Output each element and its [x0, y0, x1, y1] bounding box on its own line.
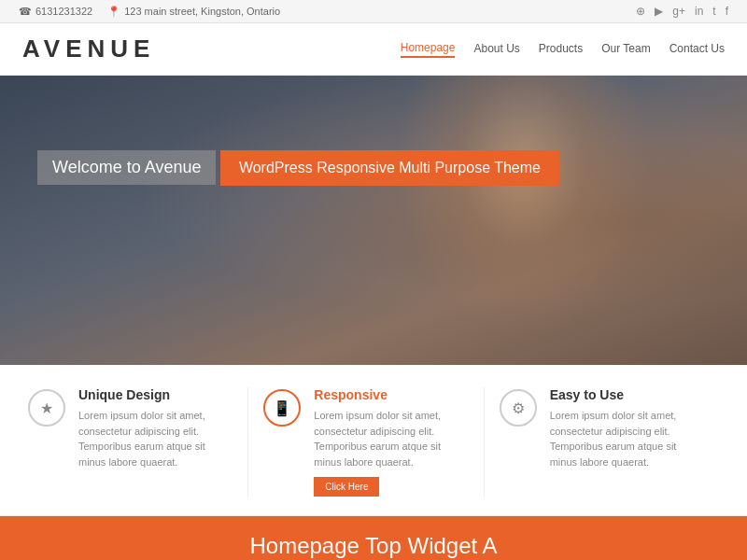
phone-item: ☎ 6131231322: [19, 6, 92, 18]
nav-item-products[interactable]: Products: [539, 42, 583, 57]
top-bar-contact: ☎ 6131231322 📍 123 main street, Kingston…: [19, 6, 280, 18]
feature-responsive: 📱 Responsive Lorem ipsum dolor sit amet,…: [248, 387, 484, 497]
unique-design-text: Unique Design Lorem ipsum dolor sit amet…: [78, 387, 233, 497]
easy-to-use-text: Easy to Use Lorem ipsum dolor sit amet, …: [550, 387, 704, 497]
youtube-icon[interactable]: ▶: [655, 5, 663, 18]
easy-to-use-title: Easy to Use: [550, 387, 704, 402]
google-plus-icon[interactable]: g+: [672, 5, 685, 18]
address-text: 123 main street, Kingston, Ontario: [124, 6, 280, 17]
social-icons: ⊕ ▶ g+ in t f: [636, 5, 728, 18]
nav-item-about[interactable]: About Us: [473, 42, 519, 57]
instagram-icon[interactable]: in: [695, 5, 703, 18]
easy-to-use-body: Lorem ipsum dolor sit amet, consectetur …: [550, 408, 704, 469]
unique-design-icon: ★: [28, 389, 65, 427]
easy-to-use-icon: ⚙: [500, 389, 537, 427]
hero-content: Welcome to Avenue WordPress Responsive M…: [37, 150, 559, 194]
responsive-title: Responsive: [314, 387, 468, 402]
pinterest-icon[interactable]: ⊕: [636, 5, 645, 18]
hero-welcome-text: Welcome to Avenue: [37, 150, 216, 185]
main-nav: Homepage About Us Products Our Team Cont…: [401, 41, 725, 58]
top-bar: ☎ 6131231322 📍 123 main street, Kingston…: [0, 0, 747, 23]
twitter-icon[interactable]: t: [712, 5, 715, 18]
nav-item-team[interactable]: Our Team: [601, 42, 650, 57]
unique-design-title: Unique Design: [78, 387, 233, 402]
logo-text: AVENUE: [22, 35, 155, 63]
responsive-icon: 📱: [263, 389, 301, 427]
widget-title: Homepage Top Widget A: [28, 533, 719, 559]
bottom-widget: Homepage Top Widget A Avenue has 3 main …: [0, 516, 747, 560]
phone-icon: ☎: [19, 6, 32, 18]
features-section: ★ Unique Design Lorem ipsum dolor sit am…: [0, 365, 747, 516]
address-item: 📍 123 main street, Kingston, Ontario: [107, 6, 280, 18]
nav-item-contact[interactable]: Contact Us: [669, 42, 725, 57]
feature-unique-design: ★ Unique Design Lorem ipsum dolor sit am…: [28, 387, 248, 497]
nav-item-homepage[interactable]: Homepage: [401, 41, 456, 58]
phone-number: 6131231322: [35, 6, 92, 17]
hero-tagline-text: WordPress Responsive Multi Purpose Theme: [220, 150, 559, 186]
responsive-body: Lorem ipsum dolor sit amet, consectetur …: [314, 408, 468, 469]
responsive-text: Responsive Lorem ipsum dolor sit amet, c…: [314, 387, 468, 497]
click-here-button[interactable]: Click Here: [314, 477, 379, 497]
header: AVENUE Homepage About Us Products Our Te…: [0, 23, 747, 76]
location-icon: 📍: [107, 6, 120, 18]
feature-easy-to-use: ⚙ Easy to Use Lorem ipsum dolor sit amet…: [485, 387, 719, 497]
facebook-icon[interactable]: f: [726, 5, 728, 18]
logo: AVENUE: [22, 35, 155, 63]
unique-design-body: Lorem ipsum dolor sit amet, consectetur …: [78, 408, 233, 469]
hero-model-image: [374, 76, 672, 365]
hero-section: Welcome to Avenue WordPress Responsive M…: [0, 76, 747, 365]
